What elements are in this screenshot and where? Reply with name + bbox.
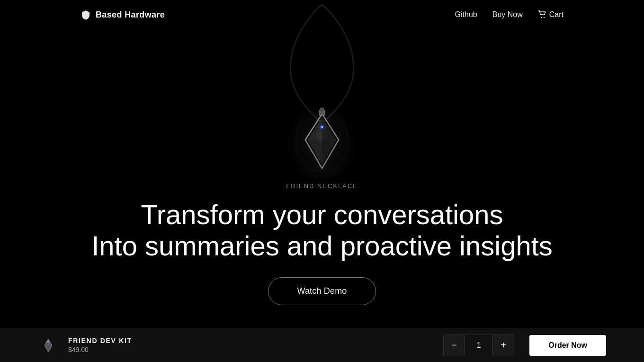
buy-now-link[interactable]: Buy Now xyxy=(492,10,523,19)
brand-name: Based Hardware xyxy=(96,10,165,20)
necklace-illustration xyxy=(232,0,412,208)
hero-title: Transform your conversations Into summar… xyxy=(91,199,553,262)
navbar: Based Hardware Github Buy Now Cart xyxy=(0,0,644,29)
decrease-quantity-button[interactable]: − xyxy=(444,335,465,356)
quantity-input[interactable] xyxy=(465,335,493,356)
quantity-controls: − + xyxy=(443,335,514,356)
hero-section: FRIEND NECKLACE Transform your conversat… xyxy=(0,0,644,362)
product-name: FRIEND DEV KIT xyxy=(68,337,434,344)
product-price: $49.00 xyxy=(68,346,434,353)
hero-content: FRIEND NECKLACE Transform your conversat… xyxy=(0,182,644,305)
order-now-button[interactable]: Order Now xyxy=(529,335,606,356)
svg-point-8 xyxy=(47,341,49,343)
svg-point-7 xyxy=(321,126,323,128)
hero-line1: Transform your conversations xyxy=(141,199,503,230)
svg-point-1 xyxy=(544,17,545,18)
github-link[interactable]: Github xyxy=(455,10,477,19)
product-label: FRIEND NECKLACE xyxy=(286,182,358,190)
shield-logo-icon xyxy=(80,9,91,20)
logo[interactable]: Based Hardware xyxy=(80,9,165,20)
cart-label: Cart xyxy=(549,10,564,19)
nav-links: Github Buy Now Cart xyxy=(455,10,564,19)
increase-quantity-button[interactable]: + xyxy=(493,335,514,356)
hero-line2: Into summaries and proactive insights xyxy=(91,230,553,261)
svg-point-0 xyxy=(541,17,542,18)
product-thumbnail xyxy=(38,335,59,356)
cart-link[interactable]: Cart xyxy=(538,10,564,19)
product-info: FRIEND DEV KIT $49.00 xyxy=(68,337,434,353)
cart-icon xyxy=(538,10,546,19)
watch-demo-button[interactable]: Watch Demo xyxy=(268,277,376,305)
svg-rect-5 xyxy=(320,108,324,112)
bottom-bar: FRIEND DEV KIT $49.00 − + Order Now xyxy=(0,328,644,362)
